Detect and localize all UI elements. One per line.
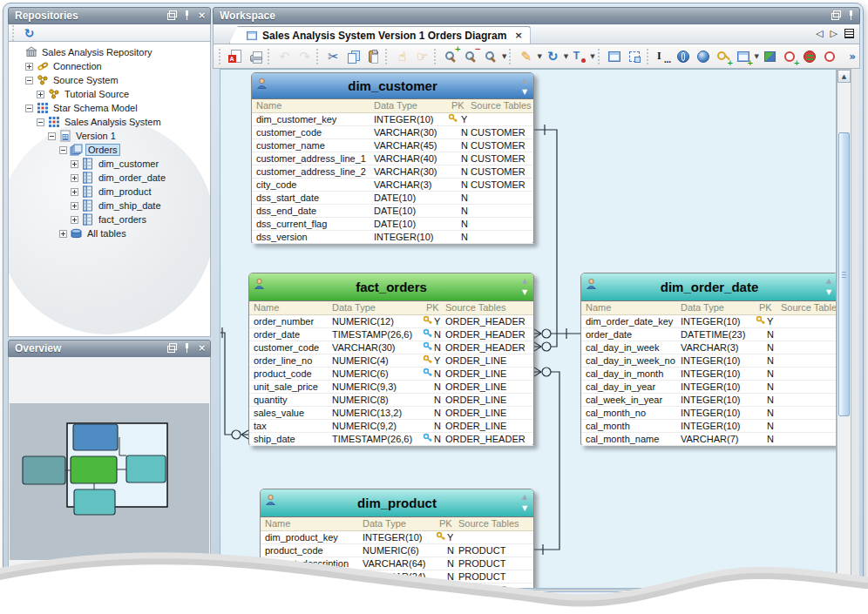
expander-plus-icon[interactable]: [71, 202, 78, 210]
pan-hand-icon[interactable]: ☝: [392, 46, 412, 66]
tree-item-fact-orders[interactable]: fact_orders: [9, 213, 210, 226]
table-row-dim_order_date-cal-day-in-week[interactable]: cal_day_in_weekVARCHAR(3)N: [581, 341, 837, 354]
draw-line-icon[interactable]: ✎: [516, 46, 536, 66]
table-row-dim_product-product-code[interactable]: product_codeNUMERIC(6)NPRODUCT: [261, 544, 533, 557]
pin-icon[interactable]: [846, 10, 856, 20]
tree-item-orders[interactable]: Orders: [9, 143, 210, 157]
table-row-dim_order_date-cal-month[interactable]: cal_monthINTEGER(10)N: [581, 420, 837, 433]
close-icon[interactable]: ×: [197, 10, 207, 20]
toolbar-grip[interactable]: [509, 49, 512, 64]
entity-dim_customer[interactable]: dim_customer▲▼NameData TypePKSource Tabl…: [251, 72, 534, 244]
entity-dim_product[interactable]: dim_product▲▼NameData TypePKSource Table…: [260, 489, 534, 589]
tree-item-connection[interactable]: Connection: [9, 59, 210, 73]
diagram-canvas[interactable]: dim_customer▲▼NameData TypePKSource Tabl…: [220, 69, 837, 589]
tree-item-star-schema-model[interactable]: Star Schema Model: [9, 101, 210, 115]
expander-minus-icon[interactable]: [37, 118, 44, 126]
horizontal-scrollbar[interactable]: [220, 590, 837, 604]
collapse-down-icon[interactable]: ▼: [519, 86, 530, 98]
horizontal-scroll-thumb[interactable]: [222, 591, 716, 602]
tab-list-icon[interactable]: [844, 29, 854, 38]
table-row-dim_order_date-cal-month-name[interactable]: cal_month_nameVARCHAR(7)N: [581, 433, 837, 446]
tree-item-sales-analysis-system[interactable]: Sales Analysis System: [9, 115, 210, 129]
close-tab-icon[interactable]: ×: [514, 30, 522, 40]
undo-icon[interactable]: ↶: [275, 46, 295, 66]
table-row-dim_order_date-order-date[interactable]: order_dateDATETIME(23)N: [581, 328, 837, 341]
table-row-dim_product-item[interactable]: VARCHAR(24)NPRODUCT: [261, 584, 533, 589]
collapse-up-icon[interactable]: ▲: [519, 75, 530, 86]
pin-icon[interactable]: [182, 343, 192, 353]
table-row-fact_orders-order-line-no[interactable]: order_line_noNUMERIC(4)YORDER_LINE: [249, 354, 533, 368]
float-icon[interactable]: [167, 343, 177, 353]
minimap-box-dim-customer[interactable]: [73, 424, 118, 450]
tree-item-dim-order-date[interactable]: dim_order_date: [9, 171, 210, 185]
block-circle-icon[interactable]: [800, 46, 820, 66]
table-row-dim_order_date-cal-month-no[interactable]: cal_month_noINTEGER(10)N: [581, 407, 837, 420]
add-key-icon[interactable]: +: [714, 46, 734, 66]
collapse-down-icon[interactable]: ▼: [519, 503, 530, 514]
table-row-fact_orders-quantity[interactable]: quantityNUMERIC(8)NORDER_LINE: [249, 394, 533, 407]
text-style-icon[interactable]: I: [654, 46, 674, 66]
tree-item-dim-customer[interactable]: dim_customer: [9, 157, 210, 171]
float-icon[interactable]: [831, 10, 841, 20]
connector-style-icon[interactable]: T: [569, 46, 589, 66]
pin-icon[interactable]: [182, 10, 192, 20]
zoom-tool-icon[interactable]: [481, 46, 501, 66]
ellipse-tool-icon[interactable]: [820, 46, 840, 66]
add-table-icon[interactable]: +: [734, 46, 754, 66]
toolbar-grip[interactable]: [434, 49, 437, 64]
interactive-hand-icon[interactable]: ☞: [412, 46, 432, 66]
dropdown-caret-icon[interactable]: ▼: [502, 53, 506, 60]
toolbar-grip[interactable]: [385, 49, 389, 64]
expander-minus-icon[interactable]: [25, 105, 33, 112]
table-row-dim_customer-customer-name[interactable]: customer_nameVARCHAR(45)NCUSTOMER: [252, 139, 533, 152]
table-row-dim_product-dim-product-key[interactable]: dim_product_keyINTEGER(10)Y: [261, 531, 533, 544]
table-row-dim_order_date-cal-day-in-week-no[interactable]: cal_day_in_week_noINTEGER(10)N: [581, 354, 837, 368]
table-row-dim_customer-dss-end-date[interactable]: dss_end_dateDATE(10)N: [252, 205, 533, 218]
toolbar-grip[interactable]: [647, 49, 650, 64]
collapse-up-icon[interactable]: ▲: [824, 275, 834, 287]
select-region-icon[interactable]: [625, 46, 645, 66]
tree-item-version-1[interactable]: Version 1: [9, 129, 210, 143]
toolbar-grip[interactable]: [598, 49, 601, 64]
toolbar-grip[interactable]: [268, 49, 271, 64]
entity-fact_orders[interactable]: fact_orders▲▼NameData TypePKSource Table…: [248, 273, 534, 446]
expander-plus-icon[interactable]: [71, 160, 78, 168]
tree-item-tutorial-source[interactable]: Tutorial Source: [9, 87, 210, 101]
table-row-dim_customer-customer-address-line-2[interactable]: customer_address_line_2VARCHAR(30)NCUSTO…: [252, 165, 533, 179]
table-row-fact_orders-tax[interactable]: taxNUMERIC(9,2)NORDER_LINE: [249, 420, 533, 433]
toolbar-grip[interactable]: [219, 49, 222, 64]
model-check-icon[interactable]: [760, 46, 780, 66]
collapse-down-icon[interactable]: ▼: [519, 287, 530, 298]
table-row-fact_orders-order-number[interactable]: order_numberNUMERIC(12)YORDER_HEADER: [249, 315, 533, 328]
vertical-scroll-thumb[interactable]: [838, 132, 850, 416]
table-frame-icon[interactable]: [605, 46, 625, 66]
dropdown-caret-icon[interactable]: ▼: [564, 53, 568, 60]
copy-icon[interactable]: [343, 46, 363, 66]
add-circle-icon[interactable]: +: [780, 46, 800, 66]
tab-orders-diagram[interactable]: Sales Analysis System Version 1 Orders D…: [229, 26, 531, 44]
scroll-down-icon[interactable]: ▼: [837, 575, 851, 588]
sphere-icon[interactable]: [694, 46, 714, 66]
collapse-down-icon[interactable]: ▼: [824, 287, 834, 298]
minimap-box-dim-order-date[interactable]: [126, 455, 166, 482]
expander-plus-icon[interactable]: [71, 188, 78, 196]
table-row-fact_orders-product-code[interactable]: product_codeNUMERIC(6)NORDER_LINE: [249, 368, 533, 381]
dropdown-caret-icon[interactable]: ▼: [755, 53, 759, 60]
toolbar-grip[interactable]: [316, 49, 320, 64]
expander-plus-icon[interactable]: [59, 230, 67, 238]
minimap[interactable]: [10, 403, 209, 560]
table-row-dim_order_date-dim-order-date-key[interactable]: dim_order_date_keyINTEGER(10)Y: [581, 315, 837, 328]
zoom-in-icon[interactable]: +: [441, 46, 461, 66]
expander-minus-icon[interactable]: [48, 132, 56, 140]
collapse-up-icon[interactable]: ▲: [519, 491, 530, 503]
table-row-dim_order_date-cal-day-in-year[interactable]: cal_day_in_yearINTEGER(10)N: [581, 381, 837, 394]
expander-plus-icon[interactable]: [25, 63, 33, 71]
tree-item-sales-analysis-repository[interactable]: Sales Analysis Repository: [9, 45, 210, 59]
expander-minus-icon[interactable]: [59, 146, 67, 154]
prev-tab-icon[interactable]: ◁: [816, 28, 823, 39]
entity-dim_order_date[interactable]: dim_order_date▲▼NameData TypePKSource Ta…: [580, 273, 837, 446]
expander-plus-icon[interactable]: [71, 216, 78, 224]
refresh-icon[interactable]: ↻: [19, 23, 39, 43]
table-row-dim_customer-dim-customer-key[interactable]: dim_customer_keyINTEGER(10)Y: [252, 113, 533, 126]
toolbar-overflow-icon[interactable]: »: [849, 51, 856, 62]
